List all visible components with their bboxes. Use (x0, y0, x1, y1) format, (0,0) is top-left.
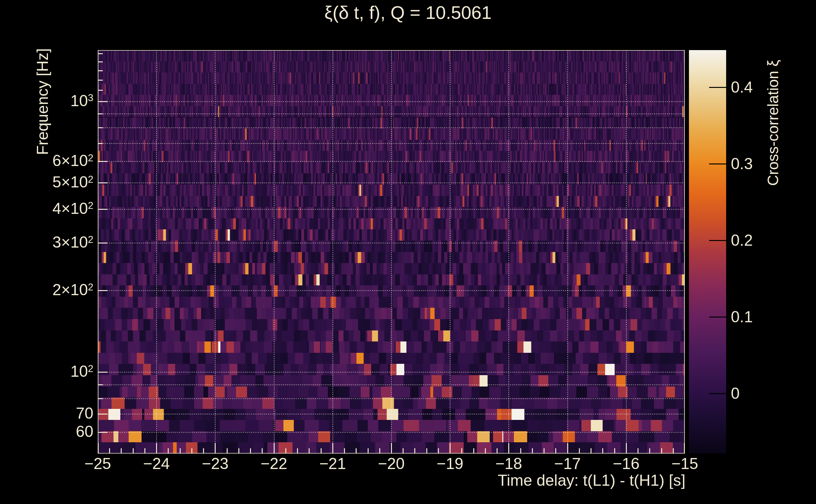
y-tick-label: 5×102 (52, 174, 93, 191)
x-tick-label: −18 (495, 455, 522, 472)
y-tick-label: 2×102 (52, 282, 93, 298)
x-tick-label: −15 (672, 455, 698, 472)
y-tick-label: 60 (76, 423, 93, 440)
colorbar-tick-label: 0 (731, 385, 740, 402)
y-tick-label: 70 (76, 405, 93, 422)
y-tick-label: 3×102 (52, 234, 93, 250)
y-tick-label: 102 (70, 363, 93, 380)
colorbar-tick-label: 0.2 (731, 232, 753, 249)
colorbar-axis-title: Cross-correlation ξ (764, 60, 782, 186)
colorbar-tick-mark (709, 87, 726, 88)
heatmap-canvas (98, 50, 685, 454)
y-tick-label: 103 (70, 92, 93, 109)
colorbar-tick-mark (709, 163, 726, 164)
colorbar-tick-label: 0.3 (731, 156, 753, 172)
x-axis-title: Time delay: t(L1) - t(H1) [s] (0, 471, 686, 490)
x-tick-label: −24 (143, 455, 170, 472)
x-tick-label: −17 (554, 455, 581, 472)
y-axis-title: Frequency [Hz] (33, 48, 52, 155)
y-tick-label: 4×102 (52, 200, 93, 217)
x-tick-label: −22 (261, 455, 287, 472)
chart-title: ξ(δ t, f), Q = 10.5061 (0, 2, 816, 23)
x-tick-label: −16 (613, 455, 640, 472)
x-tick-label: −20 (378, 455, 405, 472)
colorbar-tick-mark (709, 317, 726, 318)
x-tick-label: −23 (202, 455, 229, 472)
x-tick-label: −21 (319, 455, 346, 472)
colorbar-tick-mark (709, 240, 726, 241)
colorbar-tick-label: 0.4 (731, 79, 753, 96)
y-tick-label: 6×102 (52, 152, 93, 169)
cross-correlation-qmap-chart: ξ(δ t, f), Q = 10.5061 Frequency [Hz] 10… (0, 0, 816, 504)
x-tick-label: −19 (437, 455, 463, 472)
colorbar-tick-label: 0.1 (731, 309, 753, 325)
colorbar-tick-mark (709, 393, 726, 394)
x-tick-label: −25 (84, 455, 111, 472)
